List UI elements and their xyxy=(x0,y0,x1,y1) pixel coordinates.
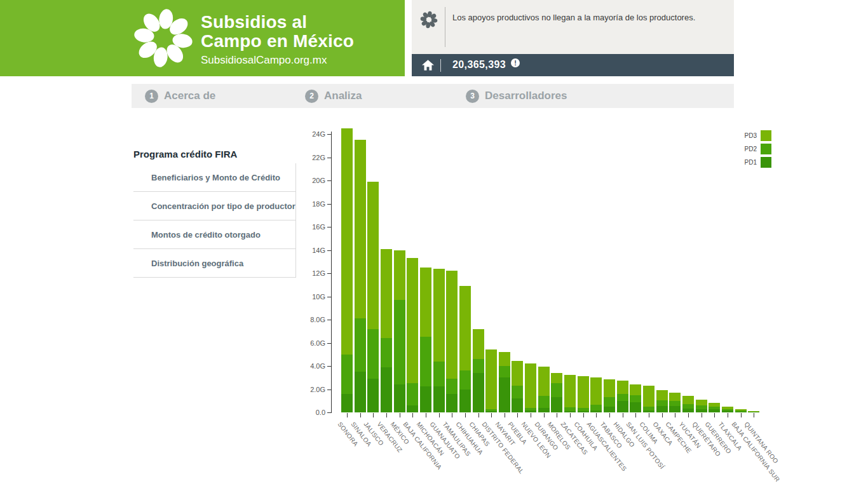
legend-item-pd3[interactable]: PD3 xyxy=(742,130,771,141)
bar-segment[interactable] xyxy=(604,407,615,412)
bar-segment[interactable] xyxy=(656,406,668,412)
bar-segment[interactable] xyxy=(473,329,484,359)
bar-segment[interactable] xyxy=(696,409,707,412)
bar-segment[interactable] xyxy=(355,372,366,412)
bar-segment[interactable] xyxy=(499,366,510,377)
bar-segment[interactable] xyxy=(748,412,759,412)
bar-segment[interactable] xyxy=(420,337,431,386)
bar-segment[interactable] xyxy=(538,408,550,412)
bar-segment[interactable] xyxy=(341,128,353,355)
bar-segment[interactable] xyxy=(473,373,484,412)
bar-segment[interactable] xyxy=(433,362,445,386)
bar-segment[interactable] xyxy=(407,405,418,412)
bar-segment[interactable] xyxy=(656,390,668,400)
bar-segment[interactable] xyxy=(735,410,747,412)
bar-segment[interactable] xyxy=(578,408,589,411)
bar-segment[interactable] xyxy=(407,258,418,383)
bar-segment[interactable] xyxy=(433,269,445,362)
nav-item-desarrolladores[interactable]: 3 Desarrolladores xyxy=(466,89,567,103)
bar-segment[interactable] xyxy=(420,386,431,412)
bar-segment[interactable] xyxy=(604,397,615,407)
bar-segment[interactable] xyxy=(525,410,536,412)
bar-segment[interactable] xyxy=(381,367,392,412)
bar-segment[interactable] xyxy=(394,250,405,300)
bar-segment[interactable] xyxy=(617,394,628,401)
bar-segment[interactable] xyxy=(709,403,720,407)
bar-segment[interactable] xyxy=(407,383,418,405)
bar-segment[interactable] xyxy=(341,355,353,394)
bar-segment[interactable] xyxy=(420,268,431,337)
nav-item-acerca-de[interactable]: 1 Acerca de xyxy=(145,89,215,103)
bar-segment[interactable] xyxy=(564,375,576,407)
bar-segment[interactable] xyxy=(551,373,562,383)
bar-segment[interactable] xyxy=(355,318,366,372)
bar-segment[interactable] xyxy=(459,286,471,370)
bar-segment[interactable] xyxy=(682,396,694,404)
bar-segment[interactable] xyxy=(735,409,747,410)
bar-segment[interactable] xyxy=(538,396,550,408)
bar-segment[interactable] xyxy=(564,407,576,411)
bar-segment[interactable] xyxy=(367,329,379,379)
home-icon[interactable] xyxy=(422,60,434,71)
bar-segment[interactable] xyxy=(551,397,562,412)
bar-segment[interactable] xyxy=(512,386,523,398)
menu-item-beneficiarios[interactable]: Beneficiarios y Monto de Crédito xyxy=(133,163,295,192)
bar-segment[interactable] xyxy=(682,404,694,409)
bar-segment[interactable] xyxy=(459,370,471,390)
bar-segment[interactable] xyxy=(669,406,681,412)
bar-segment[interactable] xyxy=(722,410,733,412)
bar-segment[interactable] xyxy=(551,383,562,397)
bar-segment[interactable] xyxy=(367,182,379,329)
bar-segment[interactable] xyxy=(367,379,379,412)
bar-segment[interactable] xyxy=(459,390,471,412)
bar-segment[interactable] xyxy=(446,271,458,379)
bar-segment[interactable] xyxy=(473,359,484,373)
bar-segment[interactable] xyxy=(696,400,707,405)
bar-segment[interactable] xyxy=(643,386,654,407)
bar-segment[interactable] xyxy=(722,407,733,409)
bar-segment[interactable] xyxy=(630,384,641,395)
bar-segment[interactable] xyxy=(630,402,641,412)
bar-segment[interactable] xyxy=(617,401,628,412)
bar-segment[interactable] xyxy=(630,395,641,402)
bar-segment[interactable] xyxy=(709,409,720,412)
bar-segment[interactable] xyxy=(656,400,668,406)
bar-segment[interactable] xyxy=(604,379,615,397)
bar-segment[interactable] xyxy=(590,410,602,412)
bar-segment[interactable] xyxy=(709,407,720,409)
bar-segment[interactable] xyxy=(682,409,694,412)
bar-segment[interactable] xyxy=(590,377,602,405)
menu-item-montos[interactable]: Montos de crédito otorgado xyxy=(133,220,295,249)
bar-segment[interactable] xyxy=(735,412,747,412)
bar-segment[interactable] xyxy=(617,381,628,394)
bar-segment[interactable] xyxy=(355,140,366,318)
bar-segment[interactable] xyxy=(643,407,654,410)
bar-segment[interactable] xyxy=(394,384,405,412)
bar-segment[interactable] xyxy=(446,394,458,412)
bar-segment[interactable] xyxy=(485,409,497,411)
nav-item-analiza[interactable]: 2 Analiza xyxy=(305,89,362,103)
bar-segment[interactable] xyxy=(433,386,445,412)
bar-segment[interactable] xyxy=(512,361,523,386)
bar-segment[interactable] xyxy=(669,401,681,406)
bar-segment[interactable] xyxy=(538,367,550,396)
bar-segment[interactable] xyxy=(485,349,497,409)
bar-segment[interactable] xyxy=(525,408,536,410)
info-icon[interactable]: ! xyxy=(511,58,520,67)
bar-segment[interactable] xyxy=(643,410,654,412)
bar-segment[interactable] xyxy=(381,338,392,367)
bar-segment[interactable] xyxy=(525,363,536,408)
bar-segment[interactable] xyxy=(485,411,497,412)
bar-segment[interactable] xyxy=(381,249,392,338)
bar-segment[interactable] xyxy=(696,405,707,409)
bar-segment[interactable] xyxy=(341,394,353,412)
bar-segment[interactable] xyxy=(499,352,510,366)
menu-item-distribucion[interactable]: Distribución geográfica xyxy=(133,249,295,278)
bar-segment[interactable] xyxy=(446,379,458,394)
bar-segment[interactable] xyxy=(669,393,681,401)
legend-item-pd1[interactable]: PD1 xyxy=(742,157,771,168)
bar-segment[interactable] xyxy=(578,376,589,408)
bar-segment[interactable] xyxy=(499,377,510,412)
bar-segment[interactable] xyxy=(722,409,733,410)
bar-segment[interactable] xyxy=(394,300,405,384)
